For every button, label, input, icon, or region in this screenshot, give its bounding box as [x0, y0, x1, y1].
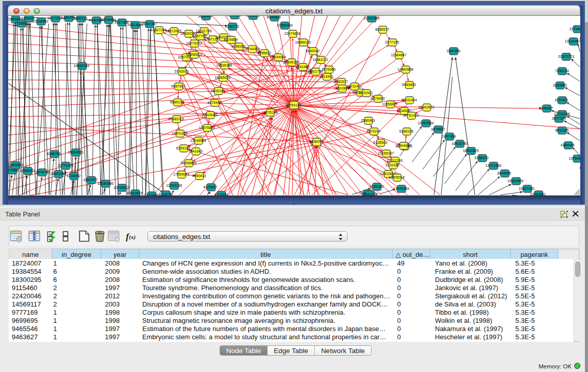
- svg-text:8336273: 8336273: [225, 25, 238, 28]
- svg-text:19688132: 19688132: [295, 40, 311, 44]
- svg-text:22992872: 22992872: [418, 105, 434, 109]
- svg-text:6217026: 6217026: [144, 193, 158, 195]
- svg-text:9887903: 9887903: [171, 84, 185, 88]
- svg-text:8224730: 8224730: [159, 192, 172, 195]
- svg-text:1890399: 1890399: [446, 49, 460, 53]
- svg-text:3644095: 3644095: [497, 171, 511, 175]
- svg-text:5793975: 5793975: [175, 70, 188, 73]
- svg-text:15157347: 15157347: [141, 22, 157, 26]
- svg-text:18992829: 18992829: [463, 149, 478, 152]
- svg-text:8369062: 8369062: [306, 49, 319, 53]
- svg-text:2580963: 2580963: [361, 119, 375, 122]
- svg-text:13701506: 13701506: [485, 164, 501, 167]
- svg-text:21257684: 21257684: [418, 121, 433, 125]
- svg-text:9436057: 9436057: [309, 140, 323, 143]
- svg-text:1218062: 1218062: [67, 174, 80, 178]
- svg-text:19285201: 19285201: [19, 169, 35, 172]
- svg-text:8806804: 8806804: [267, 16, 280, 19]
- svg-text:9214491: 9214491: [319, 75, 333, 78]
- svg-text:22806503: 22806503: [8, 163, 24, 167]
- svg-text:16396513: 16396513: [186, 53, 202, 56]
- svg-text:20615450: 20615450: [202, 113, 217, 117]
- svg-text:18096865: 18096865: [180, 161, 196, 165]
- svg-text:8646997: 8646997: [539, 106, 553, 110]
- svg-text:20580115: 20580115: [168, 117, 184, 121]
- svg-text:15076749: 15076749: [34, 170, 50, 174]
- svg-text:16415740: 16415740: [451, 142, 467, 145]
- svg-text:2876966: 2876966: [321, 68, 335, 71]
- svg-text:20372723: 20372723: [558, 55, 574, 58]
- svg-text:10334531: 10334531: [68, 150, 83, 154]
- svg-text:5685216: 5685216: [170, 100, 184, 104]
- svg-text:4050413: 4050413: [192, 174, 206, 178]
- svg-text:11558837: 11558837: [382, 102, 398, 106]
- svg-text:5188470: 5188470: [474, 156, 488, 160]
- svg-text:11584847: 11584847: [391, 53, 407, 57]
- svg-text:4429607: 4429607: [203, 185, 217, 189]
- svg-text:4245263: 4245263: [369, 185, 383, 188]
- svg-text:4143890: 4143890: [246, 16, 259, 17]
- svg-text:17956909: 17956909: [276, 24, 292, 27]
- svg-text:10228452: 10228452: [32, 19, 48, 23]
- svg-text:5682115: 5682115: [74, 16, 88, 20]
- svg-text:22744459: 22744459: [244, 47, 259, 51]
- svg-text:8029889: 8029889: [224, 38, 237, 41]
- svg-text:18754131: 18754131: [285, 103, 301, 107]
- svg-text:9816145: 9816145: [211, 89, 225, 93]
- svg-text:8685577: 8685577: [375, 28, 389, 31]
- svg-text:21754078: 21754078: [569, 27, 580, 31]
- svg-text:3395870: 3395870: [257, 51, 271, 55]
- svg-text:22093651: 22093651: [530, 192, 546, 195]
- svg-text:5641643: 5641643: [188, 149, 202, 153]
- svg-text:13241736: 13241736: [195, 29, 211, 33]
- svg-text:(x): (x): [129, 234, 136, 240]
- svg-text:2537611: 2537611: [555, 98, 569, 102]
- svg-text:20031404: 20031404: [401, 98, 417, 102]
- svg-text:13805018: 13805018: [388, 176, 404, 179]
- svg-text:17559643: 17559643: [173, 172, 189, 176]
- svg-text:12416912: 12416912: [113, 186, 129, 189]
- svg-text:16213925: 16213925: [165, 29, 181, 33]
- svg-text:6742460: 6742460: [295, 65, 309, 69]
- svg-text:3677374: 3677374: [552, 117, 565, 120]
- svg-text:2077105: 2077105: [385, 40, 399, 44]
- svg-text:16705148: 16705148: [262, 111, 277, 114]
- svg-text:14401657: 14401657: [171, 132, 187, 135]
- svg-text:7452134: 7452134: [555, 69, 569, 73]
- svg-text:13732411: 13732411: [346, 84, 362, 88]
- svg-text:16072954: 16072954: [50, 172, 66, 176]
- svg-text:22306335: 22306335: [283, 60, 299, 64]
- svg-text:9275445: 9275445: [207, 101, 221, 104]
- svg-text:22474828: 22474828: [284, 32, 300, 35]
- svg-text:21200396: 21200396: [363, 16, 379, 20]
- svg-text:3220921: 3220921: [359, 91, 373, 95]
- svg-text:14460856: 14460856: [397, 68, 413, 71]
- svg-text:4679214: 4679214: [366, 129, 380, 133]
- svg-text:3131636: 3131636: [385, 163, 399, 167]
- svg-text:17751421: 17751421: [403, 114, 419, 117]
- svg-text:8489709: 8489709: [61, 16, 75, 19]
- svg-text:2457954: 2457954: [442, 135, 455, 138]
- svg-text:12541238: 12541238: [361, 192, 377, 195]
- svg-text:9217207: 9217207: [48, 16, 61, 20]
- svg-text:8396759: 8396759: [47, 152, 60, 156]
- svg-text:6482877: 6482877: [334, 80, 347, 83]
- svg-text:19299464: 19299464: [100, 18, 116, 21]
- svg-text:15180586: 15180586: [97, 182, 113, 185]
- svg-text:12294238: 12294238: [166, 184, 182, 187]
- svg-text:11881122: 11881122: [313, 58, 328, 61]
- svg-text:18922760: 18922760: [307, 70, 323, 73]
- svg-text:13146585: 13146585: [190, 139, 206, 142]
- svg-text:14275203: 14275203: [186, 41, 202, 45]
- svg-text:20994697: 20994697: [395, 144, 411, 147]
- svg-text:6128503: 6128503: [373, 141, 387, 144]
- svg-text:8079409: 8079409: [371, 97, 384, 100]
- svg-text:8811165: 8811165: [555, 128, 569, 132]
- svg-text:19523409: 19523409: [507, 179, 523, 183]
- svg-text:20772475: 20772475: [57, 164, 73, 167]
- svg-text:15165337: 15165337: [378, 151, 394, 155]
- svg-text:19836388: 19836388: [216, 63, 232, 67]
- svg-text:10837430: 10837430: [518, 187, 534, 190]
- svg-text:9983893: 9983893: [402, 83, 416, 86]
- svg-text:6357277: 6357277: [83, 178, 97, 182]
